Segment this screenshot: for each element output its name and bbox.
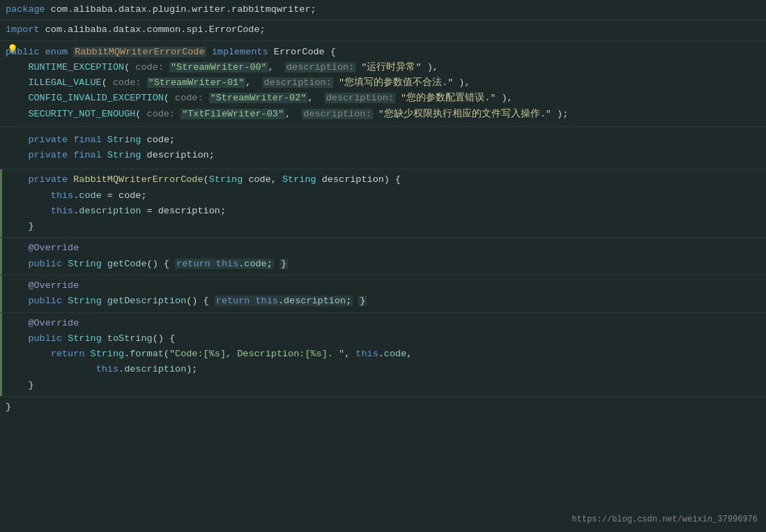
lightbulb-icon: 💡 (7, 43, 18, 58)
enum-entry-0: RUNTIME_EXCEPTION( code: "StreamWriter-0… (0, 60, 766, 75)
override-annotation-0: @Override (0, 241, 766, 256)
closing-brace-section: } (0, 397, 766, 418)
left-bar-getdescription (0, 275, 2, 312)
enum-section: 💡 public enum RabbitMQWriterErrorCode im… (0, 41, 766, 127)
left-bar-getcode (0, 238, 2, 275)
getdescription-section: @Override public String getDescription()… (0, 275, 766, 313)
tostring-section: @Override public String toString() { ret… (0, 313, 766, 397)
constructor-section: private RabbitMQWriterErrorCode(String c… (0, 169, 766, 238)
constructor-body-0: this.code = code; (0, 188, 766, 204)
constructor-close: } (0, 219, 766, 234)
closing-brace: } (0, 400, 766, 415)
constructor-signature: private RabbitMQWriterErrorCode(String c… (0, 172, 766, 188)
field-description: private final String description; (0, 148, 766, 163)
enum-entry-2: CONFIG_INVALID_EXCEPTION( code: "StreamW… (0, 91, 766, 106)
enum-declaration: public enum RabbitMQWriterErrorCode impl… (0, 45, 766, 60)
constructor-body-1: this.description = description; (0, 204, 766, 219)
import-line: import com.alibaba.datax.common.spi.Erro… (0, 22, 766, 38)
package-line: package com.alibaba.datax.plugin.writer.… (0, 2, 766, 17)
left-bar-tostring (0, 313, 2, 396)
enum-entry-1: ILLEGAL_VALUE( code: "StreamWriter-01", … (0, 75, 766, 91)
enum-entry-3: SECURITY_NOT_ENOUGH( code: "TxtFileWrite… (0, 107, 766, 122)
getdescription-signature: public String getDescription() { return … (0, 294, 766, 309)
watermark: https://blog.csdn.net/weixin_37996976 (572, 513, 758, 526)
override-annotation-2: @Override (0, 316, 766, 331)
tostring-body-0: return String.format("Code:[%s], Descrip… (0, 347, 766, 362)
getcode-signature: public String getCode() { return this.co… (0, 257, 766, 272)
left-bar-constructor (0, 169, 2, 237)
field-code: private final String code; (0, 132, 766, 148)
override-annotation-1: @Override (0, 278, 766, 294)
tostring-body-1: this.description); (0, 362, 766, 377)
tostring-signature: public String toString() { (0, 331, 766, 347)
code-editor: package com.alibaba.datax.plugin.writer.… (0, 0, 766, 532)
import-section: import com.alibaba.datax.common.spi.Erro… (0, 20, 766, 40)
fields-section: private final String code; private final… (0, 127, 766, 170)
getcode-section: @Override public String getCode() { retu… (0, 238, 766, 275)
tostring-close: } (0, 378, 766, 393)
package-section: package com.alibaba.datax.plugin.writer.… (0, 0, 766, 20)
